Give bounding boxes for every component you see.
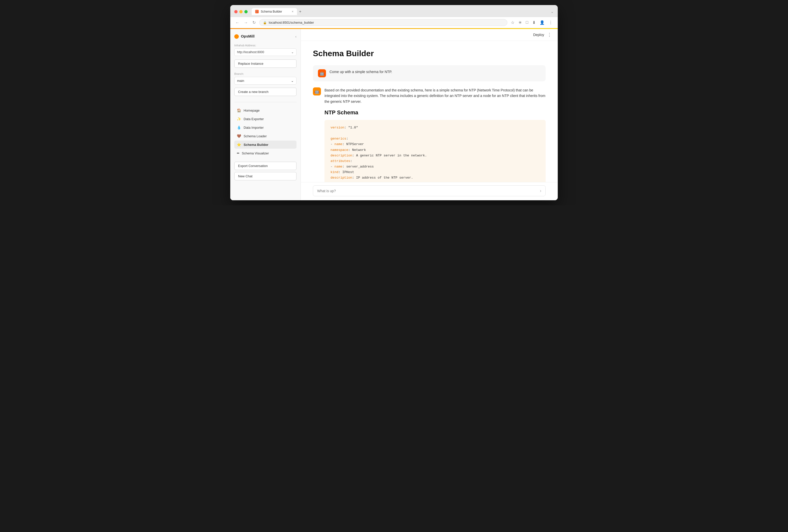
nav-label: Schema Loader <box>243 134 267 138</box>
chevron-down-icon: ⌄ <box>291 51 294 54</box>
code-block: version: "1.0" generics: - name: NTPServ… <box>324 120 546 182</box>
sidebar-header: OpsMill ‹ <box>234 34 296 39</box>
main-header: Deploy ⋮ <box>301 29 558 41</box>
assistant-avatar: 🤖 <box>313 87 321 96</box>
tab-favicon: 🔨 <box>255 10 259 13</box>
window-maximize-icon: ⌄ <box>551 9 554 14</box>
bookmark-icon[interactable]: ☆ <box>510 19 515 26</box>
app-logo: OpsMill <box>234 34 254 39</box>
maximize-traffic-light[interactable] <box>244 10 248 13</box>
code-line: description: IP address of the NTP serve… <box>331 175 539 181</box>
traffic-lights <box>234 10 248 13</box>
back-button[interactable]: ← <box>234 19 240 26</box>
code-line: attributes: <box>331 158 539 164</box>
sidebar-item-schema-loader[interactable]: 🤎Schema Loader <box>234 132 296 140</box>
download-icon[interactable]: ⬇ <box>531 19 537 26</box>
logo-icon <box>234 34 239 39</box>
tab-close-button[interactable]: × <box>292 10 294 13</box>
sidebar: OpsMill ‹ Infrahub Address: http://local… <box>230 29 301 200</box>
infrahub-address-dropdown[interactable]: http://localhost:8000 ⌄ <box>234 48 296 56</box>
schema-title: NTP Schema <box>324 109 546 116</box>
main-content: Deploy ⋮ Schema Builder 🤖 Come up with a… <box>301 29 558 200</box>
replace-instance-button[interactable]: Replace Instance <box>234 59 296 68</box>
user-avatar: 🤖 <box>318 69 326 77</box>
sidebar-item-homepage[interactable]: 🏠Homepage <box>234 106 296 114</box>
send-button[interactable]: › <box>540 188 541 194</box>
branch-value: main <box>237 79 244 83</box>
code-line: description: A generic NTP server in the… <box>331 153 539 158</box>
nav-icon: ⭐ <box>237 142 241 146</box>
nav-items: 🏠Homepage✨Data Exporter💧Data Importer🤎Sc… <box>234 106 296 158</box>
sidebar-divider <box>234 102 296 102</box>
close-traffic-light[interactable] <box>234 10 238 13</box>
extension-icon[interactable]: ✳ <box>517 19 523 26</box>
nav-icon: 🤎 <box>237 134 241 138</box>
profile-icon[interactable]: 👤 <box>538 19 546 26</box>
code-line <box>331 131 539 136</box>
active-tab[interactable]: 🔨 Schema Builder × <box>252 8 297 15</box>
new-tab-button[interactable]: + <box>299 9 301 14</box>
tab-title: Schema Builder <box>261 10 282 13</box>
browser-titlebar: 🔨 Schema Builder × + ⌄ <box>230 5 558 17</box>
url-text: localhost:8501/schema_builder <box>269 21 314 24</box>
more-options-button[interactable]: ⋮ <box>547 32 552 38</box>
nav-icon: 🏠 <box>237 108 241 112</box>
logo-text: OpsMill <box>241 34 254 38</box>
code-line: - name: NTPServer <box>331 142 539 147</box>
chat-input-wrapper: › <box>313 185 546 196</box>
code-line: - name: server_address <box>331 164 539 170</box>
infrahub-address-value: http://localhost:8000 <box>237 51 264 54</box>
sidebar-item-data-importer[interactable]: 💧Data Importer <box>234 123 296 132</box>
refresh-button[interactable]: ↻ <box>251 19 257 26</box>
code-line: kind: IPHost <box>331 170 539 175</box>
nav-label: Data Exporter <box>243 117 264 121</box>
assistant-message-inner: 🤖 Based on the provided documentation an… <box>313 87 546 182</box>
chat-area: Schema Builder 🤖 Come up with a simple s… <box>301 41 558 182</box>
create-new-branch-button[interactable]: Create a new branch <box>234 88 296 96</box>
minimize-traffic-light[interactable] <box>239 10 242 13</box>
branch-dropdown[interactable]: main ⌄ <box>234 77 296 85</box>
export-conversation-button[interactable]: Export Conversation <box>234 162 296 170</box>
nav-label: Schema Visualizer <box>242 151 269 155</box>
code-line: generics: <box>331 136 539 142</box>
address-bar[interactable]: 🔒 localhost:8501/schema_builder <box>259 19 507 26</box>
sidebar-item-schema-builder[interactable]: ⭐Schema Builder <box>234 141 296 149</box>
nav-label: Data Importer <box>243 126 263 130</box>
chat-input-area: › <box>301 182 558 200</box>
tab-bar: 🔨 Schema Builder × + ⌄ <box>252 8 554 15</box>
assistant-message: 🤖 Based on the provided documentation an… <box>313 87 546 182</box>
share-icon[interactable]: □ <box>525 19 529 26</box>
nav-label: Homepage <box>243 109 260 112</box>
user-message: 🤖 Come up with a simple schema for NTP. <box>313 65 546 81</box>
browser-window: 🔨 Schema Builder × + ⌄ ← → ↻ 🔒 localhost… <box>230 5 558 200</box>
app-container: OpsMill ‹ Infrahub Address: http://local… <box>230 29 558 200</box>
nav-icon: 💧 <box>237 125 241 130</box>
assistant-response-text: Based on the provided documentation and … <box>324 87 546 104</box>
menu-icon[interactable]: ⋮ <box>548 19 554 26</box>
nav-icon: ✨ <box>237 117 241 121</box>
nav-actions: ☆ ✳ □ ⬇ 👤 ⋮ <box>510 19 554 26</box>
branch-chevron-icon: ⌄ <box>291 79 294 83</box>
forward-button[interactable]: → <box>243 19 249 26</box>
new-chat-button[interactable]: New Chat <box>234 172 296 180</box>
nav-icon: •• <box>237 151 239 155</box>
user-message-text: Come up with a simple schema for NTP. <box>330 69 392 75</box>
deploy-button[interactable]: Deploy <box>533 33 544 37</box>
collapse-sidebar-button[interactable]: ‹ <box>295 35 296 39</box>
sidebar-item-data-exporter[interactable]: ✨Data Exporter <box>234 115 296 123</box>
page-title: Schema Builder <box>313 49 546 58</box>
nav-label: Schema Builder <box>243 143 268 146</box>
branch-label: Branch: <box>234 72 296 75</box>
code-line: version: "1.0" <box>331 125 539 131</box>
chat-input[interactable] <box>317 189 540 193</box>
infrahub-address-label: Infrahub Address: <box>234 44 296 47</box>
code-line: namespace: Network <box>331 147 539 153</box>
navigation-bar: ← → ↻ 🔒 localhost:8501/schema_builder ☆ … <box>230 17 558 28</box>
lock-icon: 🔒 <box>263 21 267 24</box>
sidebar-item-schema-visualizer[interactable]: ••Schema Visualizer <box>234 149 296 157</box>
